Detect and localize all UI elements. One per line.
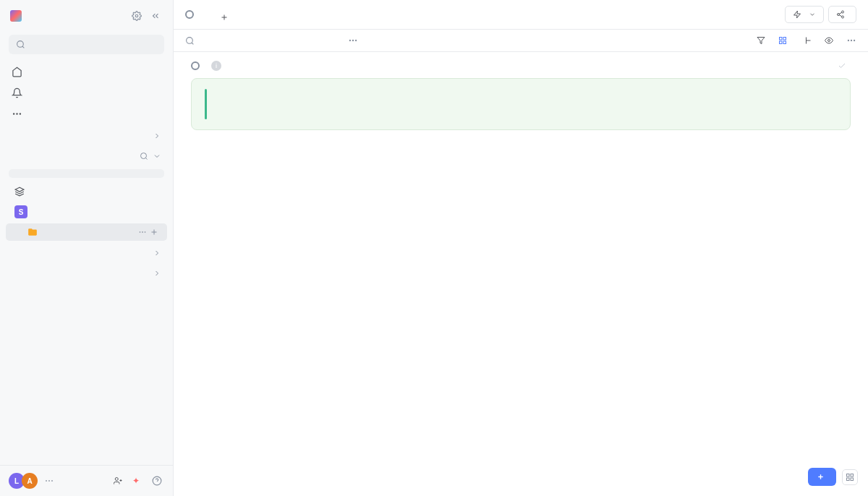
chevron-down-icon	[809, 11, 816, 18]
sidebar: S L A ⋯ ✦	[0, 0, 174, 496]
section-dashboards[interactable]	[0, 241, 173, 262]
app-logo[interactable]	[10, 10, 125, 22]
chevron-down-icon[interactable]	[153, 152, 161, 161]
svg-marker-32	[757, 38, 765, 44]
dots-icon[interactable]	[138, 228, 147, 236]
svg-rect-35	[783, 41, 786, 44]
topbar	[174, 0, 868, 30]
nav-show-more[interactable]	[0, 103, 173, 124]
space-badge-icon: S	[14, 205, 27, 218]
tree-space[interactable]: S	[6, 202, 167, 222]
check-icon	[838, 61, 846, 70]
description-callout	[191, 78, 851, 130]
svg-line-7	[145, 158, 147, 159]
plus-icon[interactable]	[150, 228, 158, 236]
callout-accent-bar	[205, 89, 207, 119]
search-icon	[185, 36, 195, 46]
section-spaces[interactable]	[0, 145, 173, 165]
section-favorites[interactable]	[0, 124, 173, 145]
svg-rect-44	[851, 474, 854, 476]
share-button[interactable]	[828, 6, 856, 23]
bell-icon	[12, 87, 22, 98]
svg-line-28	[192, 43, 193, 44]
nav-home[interactable]	[0, 61, 173, 82]
show-button[interactable]	[825, 36, 836, 45]
sidebar-footer: L A ⋯ ✦	[0, 465, 173, 496]
svg-point-6	[141, 153, 147, 159]
svg-point-30	[356, 40, 357, 40]
sidebar-search[interactable]	[9, 35, 164, 54]
home-icon	[12, 67, 22, 77]
more-icon	[12, 108, 22, 119]
page-header: i	[191, 61, 851, 71]
sparkle-icon: ✦	[132, 476, 140, 486]
svg-point-1	[17, 41, 24, 48]
nav-notifications[interactable]	[0, 82, 173, 103]
status-circle-icon	[191, 61, 200, 70]
tree-folder[interactable]	[6, 223, 167, 241]
chevron-right-icon	[153, 249, 161, 257]
share-icon	[836, 10, 845, 19]
svg-point-0	[135, 14, 138, 17]
section-docs[interactable]	[0, 262, 173, 282]
subtask-icon	[803, 36, 812, 45]
svg-rect-34	[783, 38, 786, 40]
invite-button[interactable]	[114, 476, 125, 485]
collapse-sidebar-icon[interactable]	[148, 9, 163, 23]
svg-line-26	[839, 12, 841, 14]
svg-point-9	[142, 232, 143, 233]
settings-icon[interactable]	[129, 9, 144, 23]
more-horizontal-icon[interactable]	[348, 35, 358, 46]
new-space-button[interactable]	[9, 169, 164, 178]
bolt-icon	[793, 10, 801, 19]
svg-point-14	[115, 478, 118, 481]
main: i	[174, 0, 868, 496]
apps-grid-icon[interactable]	[842, 469, 858, 485]
subtasks-button[interactable]	[803, 36, 814, 45]
group-icon	[778, 36, 787, 45]
svg-point-39	[854, 40, 855, 40]
svg-point-23	[838, 14, 840, 16]
svg-point-24	[842, 16, 844, 18]
filter-icon	[757, 36, 765, 45]
folder-icon	[27, 227, 38, 237]
more-icon[interactable]	[846, 35, 856, 46]
search-input[interactable]	[30, 39, 157, 50]
svg-point-5	[14, 114, 14, 114]
filter-button[interactable]	[757, 36, 768, 45]
svg-marker-8	[15, 187, 24, 192]
svg-rect-45	[851, 478, 854, 481]
user-avatar-2[interactable]: A	[22, 473, 38, 489]
svg-rect-46	[847, 478, 850, 481]
info-icon[interactable]: i	[211, 61, 221, 71]
svg-point-3	[17, 114, 17, 114]
floating-actions	[808, 468, 858, 486]
breadcrumb	[185, 10, 198, 19]
svg-point-40	[848, 40, 848, 40]
upgrade-button[interactable]: ✦	[132, 476, 142, 486]
add-view-button[interactable]	[213, 7, 239, 29]
hide-closed-toggle[interactable]	[838, 61, 851, 70]
svg-rect-33	[780, 38, 783, 40]
help-icon[interactable]	[150, 474, 164, 488]
svg-marker-21	[794, 11, 801, 18]
search-small-icon[interactable]	[140, 152, 148, 161]
task-search-input[interactable]	[199, 35, 344, 46]
logo-mark-icon	[10, 10, 22, 22]
chevron-right-icon	[153, 132, 161, 140]
automate-button[interactable]	[785, 6, 824, 23]
eye-icon	[825, 36, 833, 45]
svg-point-10	[145, 232, 145, 233]
plus-icon	[220, 13, 229, 22]
svg-point-11	[140, 232, 140, 233]
layers-icon	[14, 187, 25, 197]
svg-rect-43	[847, 474, 850, 476]
svg-point-29	[352, 40, 353, 40]
group-by-button[interactable]	[778, 36, 793, 45]
svg-rect-36	[780, 41, 783, 44]
new-task-fab[interactable]	[808, 468, 836, 486]
tree-everything[interactable]	[6, 183, 167, 200]
plus-icon	[817, 473, 825, 481]
sidebar-header	[0, 0, 173, 32]
task-search[interactable]	[185, 35, 746, 46]
